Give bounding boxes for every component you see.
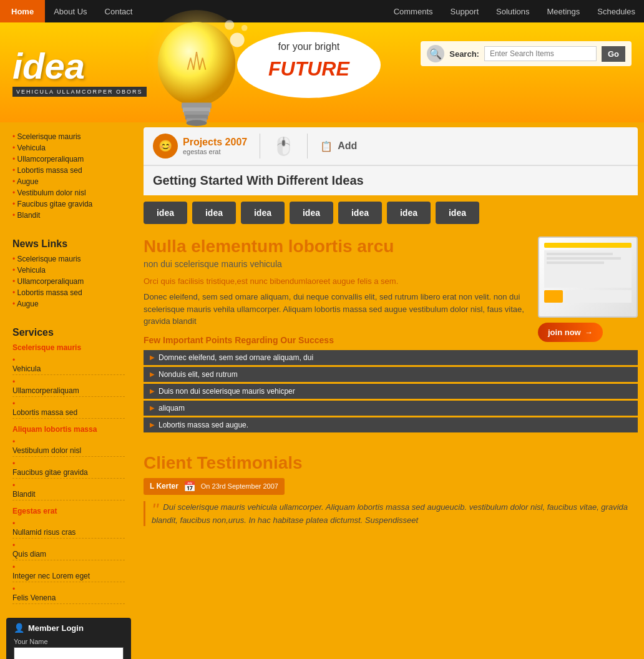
- success-list-item: Domnec eleifend, sem sed ornare aliquam,…: [144, 350, 638, 365]
- sidebar-main-item[interactable]: Scelerisque mauris: [12, 131, 125, 142]
- service-list-item[interactable]: Nullamid risus cras: [12, 518, 125, 540]
- idea-button[interactable]: idea: [241, 202, 285, 224]
- search-button[interactable]: Go: [602, 46, 625, 62]
- news-list-item[interactable]: Vehicula: [12, 265, 125, 276]
- main-content: join now → Nulla elementum lobortis arcu…: [144, 230, 638, 441]
- testimonials-title: Client Testimonials: [144, 453, 638, 473]
- join-now-main-button[interactable]: join now →: [538, 323, 603, 342]
- add-label: Add: [338, 140, 357, 152]
- service-list-item[interactable]: Quis diam: [12, 540, 125, 562]
- service-list-item[interactable]: Integer nec Lorem eget: [12, 562, 125, 583]
- news-links-section: News Links Scelerisque maurisVehiculaUll…: [0, 227, 137, 316]
- ideas-title: Getting Started With Different Ideas: [153, 173, 628, 188]
- idea-button[interactable]: idea: [192, 202, 236, 224]
- calendar-icon: 📅: [183, 481, 196, 492]
- name-input[interactable]: [14, 647, 124, 659]
- idea-button[interactable]: idea: [387, 202, 431, 224]
- nav-comments[interactable]: Comments: [385, 7, 442, 16]
- sidebar-main-item[interactable]: Vestibulum dolor nisl: [12, 187, 125, 198]
- testimonials: Client Testimonials L Kerter 📅 On 23rd S…: [144, 453, 638, 527]
- search-label: Search:: [449, 49, 479, 59]
- main-wrap: Scelerisque maurisVehiculaUllamcorperali…: [0, 122, 644, 659]
- service-list-item[interactable]: Felis Venena: [12, 583, 125, 605]
- idea-buttons: ideaideaideaideaideaideaidea: [144, 195, 638, 230]
- service-list-item[interactable]: Ullamcorperaliquam: [12, 376, 125, 398]
- testimonial-quote: " Dui scelerisque mauris vehicula ullamc…: [144, 501, 638, 527]
- add-item: 📋 Add: [320, 140, 357, 152]
- services-cat3: Egestas erat: [12, 507, 125, 515]
- sidebar-main-item[interactable]: Blandit: [12, 210, 125, 221]
- arrow-icon: →: [585, 328, 593, 337]
- service-list-item[interactable]: Faucibus gitae gravida: [12, 458, 125, 480]
- sidebar: Scelerisque maurisVehiculaUllamcorperali…: [0, 122, 137, 659]
- header-slogan: for your bright FUTURE: [237, 29, 381, 98]
- slogan-future: FUTURE: [256, 52, 362, 85]
- nav-meetings[interactable]: Meetings: [539, 7, 589, 16]
- sidebar-main-item[interactable]: Vehicula: [12, 142, 125, 154]
- nav-schedules[interactable]: Schedules: [588, 7, 644, 16]
- login-box: Member Login Your Name Your Password Rem…: [6, 618, 131, 659]
- sidebar-main-section: Scelerisque maurisVehiculaUllamcorperali…: [0, 129, 137, 227]
- news-list-item[interactable]: Lobortis massa sed: [12, 287, 125, 298]
- services-title: Services: [12, 327, 125, 338]
- idea-button[interactable]: idea: [144, 202, 187, 224]
- preview-wrap: join now →: [538, 237, 638, 342]
- service-list-item[interactable]: Vehicula: [12, 354, 125, 376]
- testimonial-meta: L Kerter 📅 On 23rd September 2007: [144, 478, 285, 495]
- svg-point-1: [158, 22, 236, 105]
- name-label: Your Name: [14, 638, 124, 645]
- sidebar-main-item[interactable]: Ullamcorperaliquam: [12, 154, 125, 165]
- success-list-item: aliquam: [144, 401, 638, 416]
- svg-point-7: [187, 120, 207, 126]
- nav-about[interactable]: About Us: [45, 7, 95, 16]
- mouse-icon: 🖱️: [273, 136, 295, 157]
- services-cat2: Aliquam lobortis massa: [12, 425, 125, 434]
- news-links-list: Scelerisque maurisVehiculaUllamcorperali…: [12, 253, 125, 310]
- success-list-item: Lobortis massa sed augue.: [144, 417, 638, 432]
- testimonial-date: On 23rd September 2007: [201, 482, 278, 490]
- sidebar-main-list: Scelerisque maurisVehiculaUllamcorperali…: [12, 131, 125, 221]
- news-links-title: News Links: [12, 238, 125, 250]
- service-list-item[interactable]: Blandit: [12, 480, 125, 502]
- idea-button[interactable]: idea: [338, 202, 382, 224]
- service-list-item[interactable]: Vestibulum dolor nisl: [12, 436, 125, 458]
- nav-right: Comments Support Solutions Meetings Sche…: [385, 7, 644, 16]
- header-search: 🔍 Search: Go: [421, 41, 632, 66]
- preview-box: [538, 237, 638, 318]
- divider2: [307, 134, 308, 159]
- nav-home[interactable]: Home: [0, 0, 45, 22]
- top-nav: Home About Us Contact Comments Support S…: [0, 0, 644, 22]
- svg-point-9: [225, 20, 234, 29]
- services-cat1: Scelerisque mauris: [12, 343, 125, 352]
- sidebar-main-item[interactable]: Augue: [12, 176, 125, 187]
- idea-button[interactable]: idea: [436, 202, 479, 224]
- slogan-top: for your bright: [256, 41, 362, 52]
- nav-solutions[interactable]: Solutions: [487, 7, 538, 16]
- login-title: Member Login: [14, 623, 124, 633]
- testimonial-author: L Kerter: [150, 482, 178, 491]
- success-list-item: Nonduis elit, sed rutrum: [144, 367, 638, 382]
- content-area: 😊 Projects 2007 egestas erat 🖱️ 📋 Add Ge…: [137, 122, 644, 659]
- ideas-header: Getting Started With Different Ideas: [144, 165, 638, 195]
- success-list: Domnec eleifend, sem sed ornare aliquam,…: [144, 350, 638, 432]
- news-list-item[interactable]: Scelerisque mauris: [12, 253, 125, 265]
- sidebar-main-item[interactable]: Lobortis massa sed: [12, 165, 125, 176]
- search-input[interactable]: [484, 46, 597, 61]
- services-list-2: Vestibulum dolor nislFaucibus gitae grav…: [12, 436, 125, 502]
- search-icon: 🔍: [427, 45, 444, 62]
- success-list-item: Duis non dui scelerisque mauris vehicper: [144, 384, 638, 399]
- services-list-1: VehiculaUllamcorperaliquamLobortis massa…: [12, 354, 125, 420]
- nav-support[interactable]: Support: [442, 7, 488, 16]
- service-list-item[interactable]: Lobortis massa sed: [12, 398, 125, 420]
- notepad-icon: 📋: [320, 140, 333, 152]
- project-icon2-wrap: 🖱️: [273, 136, 295, 157]
- services-list-3: Nullamid risus crasQuis diamInteger nec …: [12, 518, 125, 605]
- preview-inner: [539, 238, 637, 308]
- sidebar-main-item[interactable]: Faucibus gitae gravida: [12, 198, 125, 210]
- news-list-item[interactable]: Ullamcorperaliquam: [12, 276, 125, 287]
- header: idea VEHICULA ULLAMCORPER OBORS: [0, 22, 644, 122]
- idea-button[interactable]: idea: [290, 202, 333, 224]
- news-list-item[interactable]: Augue: [12, 298, 125, 310]
- services-section: Services Scelerisque mauris VehiculaUlla…: [0, 316, 137, 612]
